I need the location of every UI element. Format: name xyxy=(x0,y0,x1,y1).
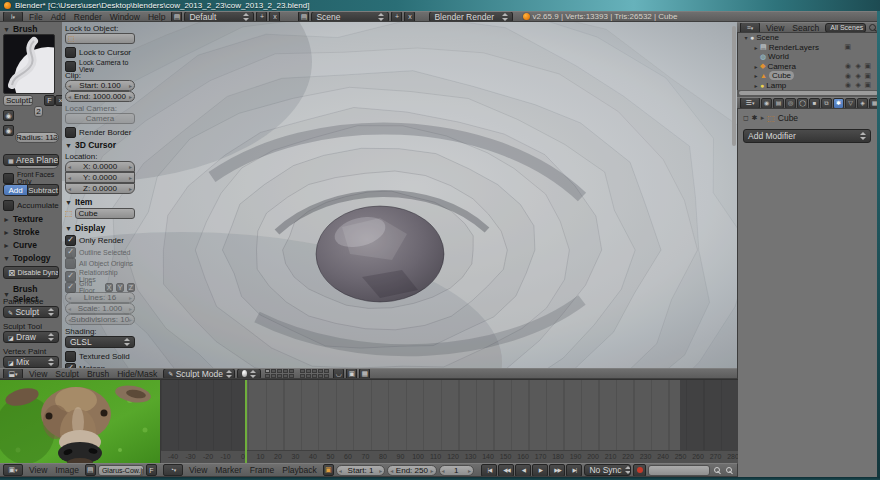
editor-type-properties-button[interactable]: ☰▾ xyxy=(740,97,760,109)
menu-file[interactable]: File xyxy=(25,12,47,22)
preview-range-icon[interactable]: ▣ xyxy=(323,464,334,476)
texture-panel-header[interactable]: ►Texture xyxy=(3,214,43,224)
layer-cell[interactable] xyxy=(277,374,282,378)
restrict-render-icon[interactable]: ▣ xyxy=(864,81,871,89)
delete-keyframe-icon[interactable] xyxy=(724,465,734,476)
fake-user-button[interactable]: F xyxy=(44,95,55,106)
current-frame-playhead[interactable] xyxy=(245,380,247,464)
layer-cell[interactable] xyxy=(283,374,288,378)
layer-cell[interactable] xyxy=(318,369,323,373)
outliner-label[interactable]: Lamp xyxy=(766,81,786,90)
current-frame-field[interactable]: ◂1▸ xyxy=(439,465,474,476)
add-button[interactable]: Add xyxy=(3,184,28,196)
tab-modifiers[interactable]: ✱ xyxy=(833,98,844,109)
brush-panel-header[interactable]: ▼Brush xyxy=(3,24,38,34)
restrict-render-icon[interactable]: ▣ xyxy=(864,72,871,80)
next-keyframe-button[interactable]: ▶▶ xyxy=(549,464,565,477)
layer-cell[interactable] xyxy=(312,374,317,378)
menu-playback[interactable]: Playback xyxy=(278,465,321,475)
scene-browse-icon[interactable]: ▤ xyxy=(298,11,309,22)
restrict-eye-icon[interactable]: ◉ xyxy=(845,62,851,70)
jump-to-end-button[interactable]: ▶| xyxy=(566,464,582,477)
tab-object[interactable]: ■ xyxy=(809,98,820,109)
menu-search[interactable]: Search xyxy=(788,23,823,33)
image-fake-user-button[interactable]: F xyxy=(146,464,157,476)
restrict-select-icon[interactable]: ◈ xyxy=(856,72,861,80)
layer-cell[interactable] xyxy=(300,374,305,378)
disable-dynamic-button[interactable]: ⊠ Disable Dynamic xyxy=(3,266,59,279)
record-button[interactable] xyxy=(633,464,646,477)
image-browse-icon[interactable]: ▤ xyxy=(85,464,96,476)
add-modifier-button[interactable]: Add Modifier xyxy=(743,129,871,143)
menu-add[interactable]: Add xyxy=(47,12,70,22)
render-opengl-icon[interactable]: ▣ xyxy=(346,368,357,379)
image-name-field[interactable]: Glarus-Cow.jpg xyxy=(98,465,144,476)
scene-select[interactable]: Scene xyxy=(311,11,389,22)
restrict-eye-icon[interactable]: ◉ xyxy=(845,81,851,89)
frame-end-field[interactable]: ◂End: 250▸ xyxy=(387,465,436,476)
layer-cell[interactable] xyxy=(306,369,311,373)
layer-cell[interactable] xyxy=(324,369,329,373)
brush-name-field[interactable]: SculptDraw xyxy=(3,95,33,106)
restrict-render-icon[interactable]: ▣ xyxy=(864,62,871,70)
brush-preview[interactable] xyxy=(3,34,55,94)
expander-icon[interactable]: ▸ xyxy=(752,72,760,79)
outliner-label[interactable]: Cube xyxy=(769,71,794,80)
tab-scene[interactable]: ◎ xyxy=(785,98,796,109)
keying-set-field[interactable] xyxy=(648,465,710,476)
curve-panel-header[interactable]: ►Curve xyxy=(3,240,37,250)
expander-icon[interactable]: ▸ xyxy=(752,63,760,70)
screen-layout-select[interactable]: Default xyxy=(184,11,254,22)
prev-keyframe-button[interactable]: ◀◀ xyxy=(498,464,514,477)
outliner-row-scene[interactable]: ▾●Scene xyxy=(738,33,880,43)
menu-view[interactable]: View xyxy=(762,23,788,33)
sculpt-plane-select[interactable]: ▦ Area Plane xyxy=(3,154,59,166)
sync-select[interactable]: No Sync xyxy=(584,464,631,476)
restrict-render-icon[interactable]: ▣ xyxy=(844,43,851,51)
outliner-row-camera[interactable]: ▸◆Camera◉◈▣ xyxy=(738,62,880,72)
scene-add-button[interactable]: + xyxy=(391,11,402,22)
layer-cell[interactable] xyxy=(265,369,270,373)
sculpt-tool-select[interactable]: ◪ Draw xyxy=(3,331,59,343)
insert-keyframe-icon[interactable] xyxy=(712,465,722,476)
snap-magnet-icon[interactable]: ◡ xyxy=(333,368,344,379)
vertex-paint-tool-select[interactable]: ◪ Mix xyxy=(3,356,59,368)
search-icon[interactable] xyxy=(868,23,877,32)
accumulate-checkbox[interactable]: Accumulate xyxy=(3,200,59,211)
menu-view[interactable]: View xyxy=(25,465,51,475)
menu-view[interactable]: View xyxy=(185,465,211,475)
layer-cell[interactable] xyxy=(306,374,311,378)
play-button[interactable]: ▶ xyxy=(532,464,548,477)
layer-cell[interactable] xyxy=(277,369,282,373)
image-editor[interactable] xyxy=(0,379,160,464)
restrict-select-icon[interactable]: ◈ xyxy=(856,62,861,70)
play-reverse-button[interactable]: ◀ xyxy=(515,464,531,477)
strength-pressure-icon[interactable]: ◉ xyxy=(3,125,14,136)
expander-icon[interactable]: ▸ xyxy=(752,82,760,89)
outliner-row-cube[interactable]: ▸▲Cube◉◈▣ xyxy=(738,71,880,81)
tab-constraints[interactable]: ⧉ xyxy=(821,98,832,109)
outliner-scrollbar[interactable] xyxy=(737,90,880,97)
timeline-ruler[interactable]: -50-40-30-20-100102030405060708090100110… xyxy=(161,450,738,464)
menu-marker[interactable]: Marker xyxy=(211,465,245,475)
editor-type-outliner-button[interactable]: ≡▾ xyxy=(740,22,760,33)
outliner-filter-select[interactable]: All Scenes xyxy=(825,23,866,33)
layer-cell[interactable] xyxy=(324,374,329,378)
menu-hide-mask[interactable]: Hide/Mask xyxy=(113,369,161,379)
mode-select[interactable]: ✎ Sculpt Mode xyxy=(163,368,235,379)
layer-cell[interactable] xyxy=(265,374,270,378)
editor-type-info-button[interactable]: i▾ xyxy=(3,11,23,22)
radius-pressure-icon[interactable]: ◉ xyxy=(3,110,14,121)
restrict-select-icon[interactable]: ◈ xyxy=(856,81,861,89)
tab-render[interactable]: ◉ xyxy=(761,98,772,109)
screen-layout-add-button[interactable]: + xyxy=(256,11,267,22)
menu-window[interactable]: Window xyxy=(106,12,144,22)
outliner-label[interactable]: Scene xyxy=(756,33,779,42)
menu-image[interactable]: Image xyxy=(51,465,83,475)
layers-widget-a[interactable] xyxy=(265,369,294,378)
subtract-button[interactable]: Subtract xyxy=(28,184,59,196)
blender-splash-icon[interactable] xyxy=(523,13,530,20)
viewport-shading-select[interactable] xyxy=(237,368,261,379)
outliner-row-lamp[interactable]: ▸●Lamp◉◈▣ xyxy=(738,81,880,91)
render-opengl-anim-icon[interactable]: ▦ xyxy=(359,368,370,379)
